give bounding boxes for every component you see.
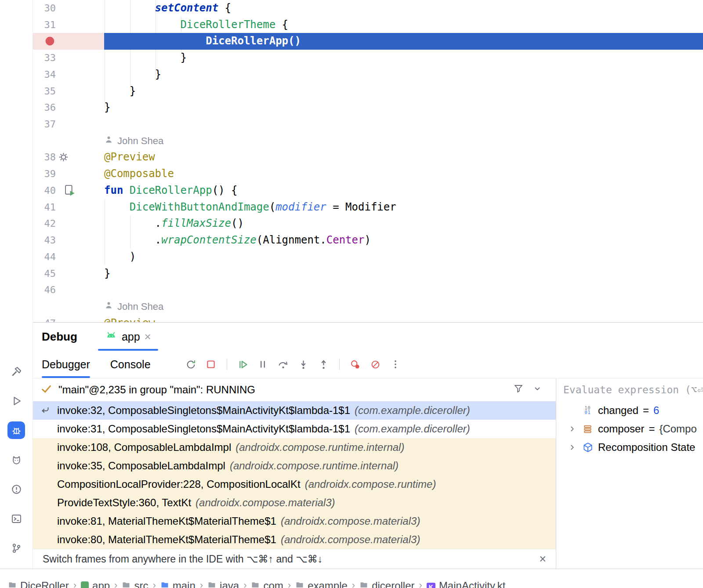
editor-gutter[interactable]: 38 bbox=[33, 149, 104, 166]
tab-app[interactable]: app × bbox=[97, 323, 159, 351]
editor-gutter[interactable]: 39 bbox=[33, 166, 104, 182]
breadcrumb-separator: › bbox=[352, 580, 355, 588]
editor-gutter[interactable]: 46 bbox=[33, 282, 104, 298]
problems-icon[interactable] bbox=[7, 480, 25, 498]
close-icon[interactable]: × bbox=[539, 553, 546, 565]
stack-frame-row[interactable]: invoke:31, ComposableSingletons$MainActi… bbox=[33, 420, 556, 438]
variable-value: 6 bbox=[653, 404, 659, 417]
breadcrumbs: DiceRoller›app›src›main›java›com›example… bbox=[0, 569, 703, 588]
step-into-icon[interactable] bbox=[297, 359, 309, 370]
breadcrumb-label: main bbox=[173, 580, 196, 588]
code-text: } bbox=[104, 99, 703, 116]
editor-gutter[interactable]: 36 bbox=[33, 99, 104, 116]
variable-row[interactable]: Recomposition State bbox=[556, 438, 703, 457]
frames-panel: "main"@2,235 in group "main": RUNNING in… bbox=[33, 378, 556, 588]
line-number: 44 bbox=[33, 249, 56, 265]
variable-row[interactable]: composer = {Compo bbox=[556, 420, 703, 438]
toolbar-separator bbox=[227, 359, 227, 370]
filter-icon[interactable] bbox=[513, 383, 524, 397]
editor-gutter[interactable]: 47 bbox=[33, 315, 104, 322]
frame-package: (androidx.compose.material3) bbox=[196, 497, 335, 509]
code-line: 42 .fillMaxSize() bbox=[33, 215, 703, 232]
run-icon[interactable] bbox=[7, 392, 25, 410]
chevron-down-icon[interactable] bbox=[532, 383, 543, 396]
line-number: 43 bbox=[33, 232, 56, 249]
editor-gutter[interactable]: 30 bbox=[33, 0, 104, 17]
editor-gutter[interactable]: 34 bbox=[33, 66, 104, 83]
breadcrumb-item[interactable]: main bbox=[160, 580, 196, 588]
stack-frame-row[interactable]: ProvideTextStyle:360, TextKt(androidx.co… bbox=[33, 494, 556, 512]
breadcrumb-item[interactable]: DiceRoller bbox=[8, 580, 69, 588]
variable-row[interactable]: 1001changed = 6 bbox=[556, 401, 703, 420]
line-number: 37 bbox=[33, 116, 56, 133]
breadcrumb-separator: › bbox=[288, 580, 291, 588]
code-editor[interactable]: 30 setContent {31 DiceRollerTheme { Dice… bbox=[33, 0, 703, 322]
stack-frame-row[interactable]: invoke:35, ComposableLambdaImpl(androidx… bbox=[33, 457, 556, 475]
tab-debugger[interactable]: Debugger bbox=[42, 351, 90, 378]
editor-gutter[interactable]: 45 bbox=[33, 265, 104, 282]
stack-frame-row[interactable]: invoke:32, ComposableSingletons$MainActi… bbox=[33, 401, 556, 420]
author-inlay-hint: John Shea bbox=[33, 133, 703, 149]
code-text: } bbox=[104, 50, 703, 66]
breadcrumb-item[interactable]: example bbox=[295, 580, 348, 588]
tab-console[interactable]: Console bbox=[110, 351, 151, 378]
close-icon[interactable]: × bbox=[145, 331, 151, 342]
frame-package: (androidx.compose.material3) bbox=[281, 515, 420, 527]
stack-frame-row[interactable]: invoke:81, MaterialThemeKt$MaterialTheme… bbox=[33, 512, 556, 530]
editor-gutter[interactable]: 33 bbox=[33, 50, 104, 66]
frame-location: invoke:108, ComposableLambdaImpl bbox=[57, 441, 231, 454]
breadcrumb-item[interactable]: java bbox=[207, 580, 239, 588]
editor-gutter[interactable] bbox=[33, 133, 104, 149]
author-name: John Shea bbox=[104, 133, 703, 149]
breadcrumb-item[interactable]: KMainActivity.kt bbox=[427, 580, 506, 588]
debug-icon[interactable] bbox=[7, 421, 25, 439]
editor-gutter[interactable]: 44 bbox=[33, 249, 104, 265]
more-icon[interactable] bbox=[390, 359, 402, 370]
logcat-icon[interactable] bbox=[7, 451, 25, 468]
expand-chevron-icon[interactable] bbox=[567, 424, 577, 434]
version-control-icon[interactable] bbox=[7, 539, 25, 557]
editor-gutter[interactable]: 43 bbox=[33, 232, 104, 249]
state-icon bbox=[582, 442, 594, 453]
editor-gutter[interactable] bbox=[33, 298, 104, 315]
editor-gutter[interactable]: 37 bbox=[33, 116, 104, 133]
view-breakpoints-icon[interactable] bbox=[349, 359, 361, 370]
terminal-icon[interactable] bbox=[7, 510, 25, 527]
editor-gutter[interactable] bbox=[33, 33, 104, 50]
editor-gutter[interactable]: 41 bbox=[33, 199, 104, 216]
breadcrumb-label: app bbox=[92, 580, 110, 588]
stop-icon[interactable] bbox=[205, 359, 217, 370]
evaluate-expression-field[interactable]: Evaluate expression (⌥⏎) bbox=[556, 378, 703, 401]
line-number: 31 bbox=[33, 17, 56, 33]
pause-icon[interactable] bbox=[257, 359, 269, 370]
run-preview-icon[interactable] bbox=[64, 184, 76, 196]
breadcrumb-item[interactable]: com bbox=[251, 580, 283, 588]
build-hammer-icon[interactable] bbox=[7, 363, 25, 380]
tip-bar: Switch frames from anywhere in the IDE w… bbox=[33, 549, 556, 569]
resume-icon[interactable] bbox=[237, 359, 249, 370]
step-over-icon[interactable] bbox=[277, 359, 289, 370]
expand-chevron-icon[interactable] bbox=[567, 443, 577, 452]
return-arrow-icon bbox=[33, 405, 57, 416]
stack-frame-row[interactable]: invoke:80, MaterialThemeKt$MaterialTheme… bbox=[33, 530, 556, 549]
rerun-icon[interactable] bbox=[185, 359, 197, 370]
breadcrumb-item[interactable]: app bbox=[81, 580, 110, 588]
editor-gutter[interactable]: 31 bbox=[33, 17, 104, 33]
editor-gutter[interactable]: 35 bbox=[33, 83, 104, 100]
mute-breakpoints-icon[interactable] bbox=[370, 359, 381, 370]
breadcrumb-separator: › bbox=[419, 580, 422, 588]
breadcrumb-item[interactable]: diceroller bbox=[359, 580, 414, 588]
breadcrumb-label: example bbox=[308, 580, 348, 588]
step-out-icon[interactable] bbox=[318, 359, 330, 370]
breadcrumb-item[interactable]: src bbox=[122, 580, 148, 588]
code-line: 41 DiceWithButtonAndImage(modifier = Mod… bbox=[33, 199, 703, 216]
breakpoint-icon[interactable] bbox=[44, 36, 55, 47]
code-text: DiceRollerApp() bbox=[104, 33, 703, 50]
stack-frame-row[interactable]: invoke:108, ComposableLambdaImpl(android… bbox=[33, 438, 556, 457]
editor-gutter[interactable]: 40 bbox=[33, 182, 104, 199]
code-line: DiceRollerApp() bbox=[33, 33, 703, 50]
preview-settings-gear-icon[interactable] bbox=[58, 151, 69, 163]
stack-frame-row[interactable]: CompositionLocalProvider:228, Compositio… bbox=[33, 475, 556, 494]
kotlin-file-icon: K bbox=[427, 580, 435, 588]
editor-gutter[interactable]: 42 bbox=[33, 215, 104, 232]
